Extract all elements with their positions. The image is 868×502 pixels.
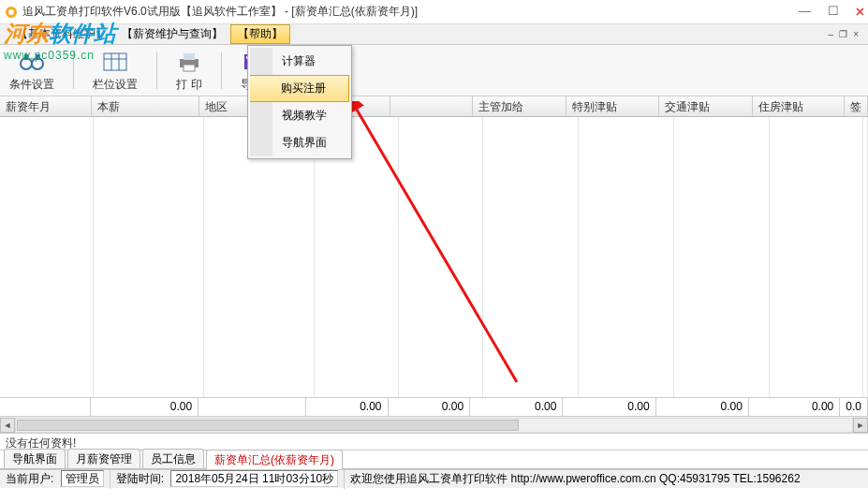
svg-point-1 bbox=[8, 9, 14, 15]
status-welcome: 欢迎您使用追风工资单打印软件 http://www.pweroffice.com… bbox=[345, 469, 868, 489]
scroll-right-button[interactable]: ► bbox=[853, 418, 868, 433]
column-header[interactable]: 特别津贴 bbox=[566, 96, 660, 116]
menubar: 【基本资料维护】 【薪资维护与查询】 【帮助】 – ❐ × bbox=[0, 24, 868, 45]
totals-row: 0.00 0.00 0.00 0.00 0.00 0.00 0.00 0.0 bbox=[0, 398, 868, 417]
maximize-button[interactable]: ☐ bbox=[828, 4, 839, 21]
column-header[interactable]: 薪资年月 bbox=[0, 96, 92, 116]
column-settings-button[interactable]: 栏位设置 bbox=[89, 47, 141, 95]
titlebar: 追风工资单打印软件V6.0试用版【追风软件工作室】 - [薪资单汇总(依薪资年月… bbox=[0, 0, 868, 24]
column-header[interactable]: 主管加给 bbox=[473, 96, 566, 116]
app-icon bbox=[4, 5, 19, 20]
statusbar: 当前用户: 管理员 登陆时间: 2018年05月24日 11时03分10秒 欢迎… bbox=[0, 469, 868, 488]
status-user: 当前用户: 管理员 bbox=[0, 469, 110, 489]
mdi-minimize-button[interactable]: – bbox=[829, 29, 834, 39]
svg-rect-12 bbox=[184, 65, 195, 71]
tab-salary-summary[interactable]: 薪资单汇总(依薪资年月) bbox=[206, 450, 343, 469]
binoculars-icon bbox=[19, 49, 45, 75]
column-header[interactable]: 本薪 bbox=[92, 96, 199, 116]
printer-icon bbox=[176, 49, 202, 75]
svg-rect-4 bbox=[24, 54, 28, 60]
menu-help[interactable]: 【帮助】 bbox=[230, 24, 290, 44]
svg-rect-11 bbox=[184, 53, 195, 60]
grid-body[interactable] bbox=[0, 117, 868, 398]
condition-settings-button[interactable]: 条件设置 bbox=[6, 47, 58, 95]
column-header[interactable]: 住房津贴 bbox=[753, 96, 845, 116]
minimize-button[interactable]: — bbox=[799, 4, 811, 21]
dropdown-item-nav[interactable]: 导航界面 bbox=[250, 129, 349, 156]
columns-icon bbox=[102, 49, 128, 75]
window-title: 追风工资单打印软件V6.0试用版【追风软件工作室】 - [薪资单汇总(依薪资年月… bbox=[22, 4, 799, 20]
menu-basic-data[interactable]: 【基本资料维护】 bbox=[9, 24, 114, 44]
scroll-track[interactable] bbox=[15, 418, 853, 433]
tabstrip: 导航界面 月薪资管理 员工信息 薪资单汇总(依薪资年月) bbox=[0, 450, 868, 469]
dropdown-item-purchase[interactable]: 购买注册 bbox=[250, 75, 349, 102]
column-header[interactable]: 交通津贴 bbox=[659, 96, 753, 116]
scroll-thumb[interactable] bbox=[17, 420, 519, 431]
mdi-close-button[interactable]: × bbox=[853, 29, 859, 39]
tab-monthly-salary[interactable]: 月薪资管理 bbox=[67, 449, 140, 468]
toolbar: 条件设置 栏位设置 打 印 导 出 bbox=[0, 45, 868, 96]
mdi-restore-button[interactable]: ❐ bbox=[839, 29, 847, 39]
status-login: 登陆时间: 2018年05月24日 11时03分10秒 bbox=[110, 469, 345, 489]
column-header[interactable] bbox=[390, 96, 473, 116]
tab-nav[interactable]: 导航界面 bbox=[4, 449, 66, 468]
dropdown-item-calculator[interactable]: 计算器 bbox=[250, 48, 349, 75]
horizontal-scrollbar[interactable]: ◄ ► bbox=[0, 417, 868, 434]
menu-salary-query[interactable]: 【薪资维护与查询】 bbox=[114, 24, 230, 44]
help-dropdown: 计算器 购买注册 视频教学 导航界面 bbox=[247, 45, 352, 159]
svg-rect-6 bbox=[104, 53, 126, 70]
grid-header: 薪资年月 本薪 地区 主管加给 特别津贴 交通津贴 住房津贴 签约津贴 bbox=[0, 96, 868, 117]
print-button[interactable]: 打 印 bbox=[172, 47, 206, 95]
close-button[interactable]: × bbox=[856, 4, 864, 21]
scroll-left-button[interactable]: ◄ bbox=[0, 418, 15, 433]
column-header[interactable]: 签约津贴 bbox=[845, 96, 868, 116]
tab-employee-info[interactable]: 员工信息 bbox=[142, 449, 204, 468]
dropdown-item-video[interactable]: 视频教学 bbox=[250, 102, 349, 129]
svg-rect-5 bbox=[36, 54, 39, 60]
